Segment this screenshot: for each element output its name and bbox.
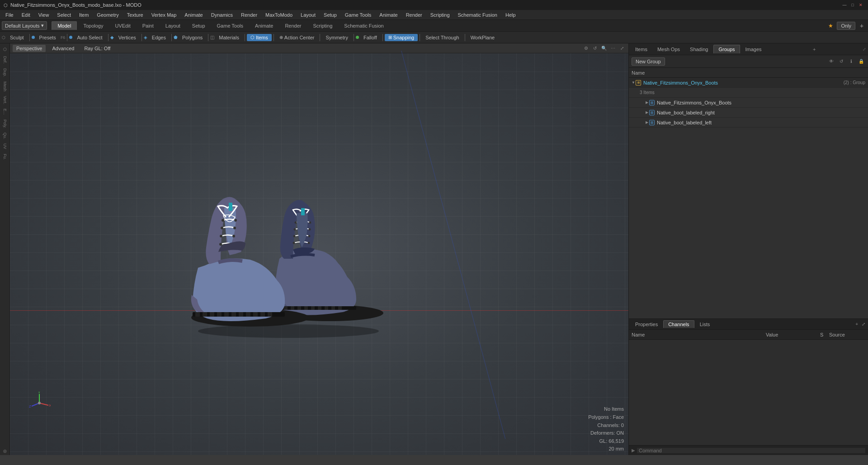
rpanel-tab-images[interactable]: Images: [741, 45, 766, 53]
menu-render[interactable]: Render: [237, 11, 261, 19]
menu-help[interactable]: Help: [502, 11, 519, 19]
falloff-button[interactable]: Falloff: [360, 34, 381, 41]
only-button[interactable]: Only: [837, 22, 855, 30]
viewport-tab-perspective[interactable]: Perspective: [13, 45, 46, 52]
tab-setup[interactable]: Setup: [187, 22, 211, 30]
presets-button[interactable]: Presets: [36, 34, 60, 41]
menu-item[interactable]: Item: [75, 11, 92, 19]
mesh-left-expand-icon[interactable]: ▶: [645, 121, 649, 124]
scene-list[interactable]: ▼ Native_Fitzsimmons_Onyx_Boots (2) : Gr…: [629, 78, 868, 318]
scene-row-mesh-boots[interactable]: ▶ Native_Fitzsimmons_Onyx_Boots: [629, 98, 868, 108]
auto-select-button[interactable]: Auto Select: [73, 34, 106, 41]
sidebar-item-mesh[interactable]: Mesh: [2, 80, 8, 93]
viewport-settings-icon[interactable]: ⚙: [582, 45, 590, 52]
sidebar-item-poly[interactable]: Poly.: [2, 118, 8, 130]
btab-properties[interactable]: Properties: [631, 321, 662, 328]
tab-render[interactable]: Render: [279, 22, 307, 30]
menu-animate2[interactable]: Animate: [376, 11, 401, 19]
scene-row-mesh-right[interactable]: ▶ Native_boot_labeled_right: [629, 108, 868, 118]
viewport-tab-raygl[interactable]: Ray GL: Off: [80, 45, 114, 52]
menu-edit[interactable]: Edit: [18, 11, 34, 19]
edges-button[interactable]: Edges: [148, 34, 170, 41]
scene-row-group-root[interactable]: ▼ Native_Fitzsimmons_Onyx_Boots (2) : Gr…: [629, 78, 868, 88]
viewport-refresh-icon[interactable]: ↺: [591, 45, 599, 52]
layout-dropdown[interactable]: Default Layouts ▾: [2, 21, 47, 30]
viewport-tab-advanced[interactable]: Advanced: [48, 45, 78, 52]
scene-info-icon[interactable]: ℹ: [847, 57, 855, 66]
menu-view[interactable]: View: [35, 11, 53, 19]
rpanel-tab-items[interactable]: Items: [631, 45, 652, 53]
rpanel-expand-icon[interactable]: ⤢: [863, 47, 866, 52]
menu-vertex-map[interactable]: Vertex Map: [148, 11, 180, 19]
btab-lists[interactable]: Lists: [695, 321, 715, 328]
new-group-button[interactable]: New Group: [632, 57, 665, 66]
materials-button[interactable]: Materials: [215, 34, 243, 41]
viewport-canvas[interactable]: X Y Z No Items Polygons : Face Channels:…: [10, 53, 628, 455]
expand-triangle-icon[interactable]: ▼: [632, 81, 635, 85]
sidebar-item-qu[interactable]: Qu.: [2, 131, 8, 141]
star-icon[interactable]: ★: [826, 23, 835, 29]
menu-maxtomodo[interactable]: MaxToModo: [262, 11, 296, 19]
viewport-more-icon[interactable]: ⋯: [609, 45, 617, 52]
rpanel-add-tab-button[interactable]: +: [811, 47, 817, 52]
rpanel-tab-shading[interactable]: Shading: [685, 45, 712, 53]
menu-geometry[interactable]: Geometry: [93, 11, 122, 19]
rpanel-tab-groups[interactable]: Groups: [713, 45, 740, 53]
scene-row-mesh-left[interactable]: ▶ Native_boot_labeled_left: [629, 118, 868, 128]
tab-game-tools[interactable]: Game Tools: [212, 22, 249, 30]
minimize-button[interactable]: —: [841, 1, 848, 9]
sculpt-button[interactable]: Sculpt: [6, 34, 28, 41]
viewport-expand-icon[interactable]: ⤢: [618, 45, 626, 52]
scene-eye-icon[interactable]: 👁: [827, 57, 835, 66]
tab-paint[interactable]: Paint: [137, 22, 159, 30]
command-input[interactable]: [637, 448, 865, 453]
polygons-button[interactable]: Polygons: [179, 34, 206, 41]
sidebar-item-vert[interactable]: Vert.: [2, 94, 8, 106]
btab-add-icon[interactable]: +: [854, 322, 859, 327]
menu-setup[interactable]: Setup: [320, 11, 340, 19]
btab-expand-icon[interactable]: ⤢: [861, 322, 866, 327]
cmd-arrow-icon[interactable]: ▶: [632, 448, 635, 453]
btab-channels[interactable]: Channels: [663, 320, 694, 328]
workplane-button[interactable]: WorkPlane: [467, 34, 499, 41]
menu-animate[interactable]: Animate: [181, 11, 206, 19]
sidebar-item-def[interactable]: Def.: [2, 54, 8, 66]
mesh-expand-icon[interactable]: ▶: [645, 101, 649, 104]
menu-file[interactable]: File: [2, 11, 17, 19]
mesh-right-expand-icon[interactable]: ▶: [645, 111, 649, 114]
viewport-zoom-icon[interactable]: 🔍: [600, 45, 608, 52]
scene-lock-icon[interactable]: 🔒: [857, 57, 865, 66]
sidebar-bottom-icon[interactable]: ◎: [1, 447, 9, 455]
rpanel-tab-meshops[interactable]: Mesh Ops: [653, 45, 684, 53]
tab-model[interactable]: Model: [52, 21, 77, 30]
close-button[interactable]: ✕: [857, 1, 864, 9]
tab-topology[interactable]: Topology: [78, 22, 108, 30]
menu-render2[interactable]: Render: [402, 11, 426, 19]
tab-layout[interactable]: Layout: [160, 22, 186, 30]
add-layout-tab-button[interactable]: +: [857, 21, 866, 30]
items-button[interactable]: ⬡ Items: [247, 34, 272, 41]
action-center-button[interactable]: ⊕ Action Center: [276, 34, 318, 41]
menu-scripting[interactable]: Scripting: [427, 11, 453, 19]
menu-layout[interactable]: Layout: [297, 11, 319, 19]
menu-texture[interactable]: Texture: [123, 11, 147, 19]
tab-uvedit[interactable]: UVEdit: [109, 22, 136, 30]
tab-scripting[interactable]: Scripting: [308, 22, 338, 30]
vertices-button[interactable]: Vertices: [115, 34, 140, 41]
menu-dynamics[interactable]: Dynamics: [208, 11, 236, 19]
select-through-button[interactable]: Select Through: [422, 34, 462, 41]
sidebar-item-fu[interactable]: Fu.: [2, 152, 8, 161]
tab-animate[interactable]: Animate: [250, 22, 278, 30]
tab-schematic-fusion[interactable]: Schematic Fusion: [339, 22, 389, 30]
maximize-button[interactable]: □: [849, 1, 856, 9]
scene-refresh-icon[interactable]: ↺: [837, 57, 845, 66]
menu-game-tools[interactable]: Game Tools: [341, 11, 375, 19]
menu-schematic[interactable]: Schematic Fusion: [454, 11, 501, 19]
snapping-button[interactable]: ⊞ Snapping: [385, 34, 418, 41]
sidebar-item-e[interactable]: E...: [2, 107, 8, 117]
sidebar-top-icon[interactable]: ⬡: [1, 45, 9, 53]
sidebar-item-dup[interactable]: Dup.: [2, 66, 8, 79]
menu-select[interactable]: Select: [53, 11, 75, 19]
sidebar-item-uv[interactable]: UV: [2, 142, 8, 151]
symmetry-button[interactable]: Symmetry: [322, 34, 352, 41]
